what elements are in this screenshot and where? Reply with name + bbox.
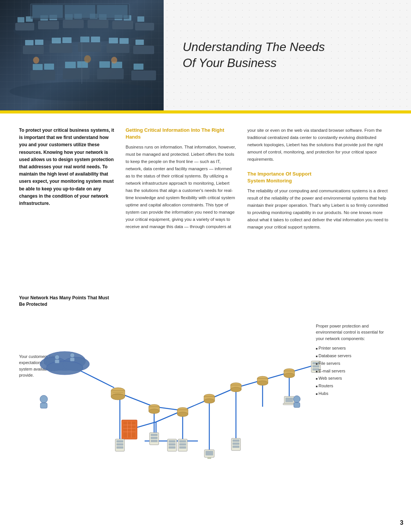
svg-rect-49 bbox=[97, 5, 127, 18]
list-item: E-mail servers bbox=[316, 367, 392, 375]
svg-rect-115 bbox=[116, 440, 123, 443]
svg-rect-83 bbox=[70, 358, 75, 361]
svg-point-107 bbox=[231, 387, 241, 392]
svg-rect-90 bbox=[123, 422, 135, 438]
svg-rect-136 bbox=[233, 446, 239, 448]
svg-rect-131 bbox=[206, 451, 213, 455]
page-number: 3 bbox=[400, 519, 403, 526]
svg-rect-21 bbox=[107, 44, 129, 53]
title-line1: Understanding The Needs bbox=[183, 40, 325, 54]
middle-column: Getting Critical Information Into The Ri… bbox=[126, 127, 247, 308]
svg-rect-1 bbox=[15, 23, 34, 30]
svg-rect-121 bbox=[151, 440, 158, 442]
svg-rect-120 bbox=[151, 437, 158, 439]
svg-rect-2 bbox=[38, 21, 59, 29]
title-area: Understanding The Needs Of Your Business bbox=[164, 0, 411, 110]
svg-point-98 bbox=[149, 409, 159, 414]
svg-rect-28 bbox=[91, 37, 100, 42]
svg-rect-124 bbox=[169, 443, 175, 446]
svg-rect-116 bbox=[116, 443, 123, 446]
svg-line-53 bbox=[76, 369, 114, 388]
svg-rect-26 bbox=[62, 37, 72, 43]
svg-rect-6 bbox=[135, 23, 154, 30]
svg-rect-29 bbox=[109, 38, 118, 43]
svg-rect-129 bbox=[179, 446, 186, 449]
svg-point-50 bbox=[10, 82, 154, 101]
section2-heading-line2: System Monitoring bbox=[247, 178, 292, 184]
svg-point-80 bbox=[55, 355, 59, 359]
top-section: Understanding The Needs Of Your Business bbox=[0, 0, 411, 110]
left-column: To protect your critical business system… bbox=[19, 127, 126, 308]
svg-rect-128 bbox=[179, 443, 186, 446]
svg-rect-18 bbox=[23, 46, 44, 54]
svg-rect-35 bbox=[131, 70, 156, 80]
svg-rect-3 bbox=[63, 20, 84, 28]
svg-rect-32 bbox=[30, 70, 55, 80]
svg-rect-81 bbox=[55, 359, 59, 363]
svg-rect-4 bbox=[88, 20, 108, 28]
section1-heading: Getting Critical Information Into The Ri… bbox=[126, 127, 236, 141]
main-content: To protect your critical business system… bbox=[0, 113, 411, 323]
protection-list: Printer serversDatabase serversFile serv… bbox=[316, 345, 392, 398]
svg-point-44 bbox=[84, 55, 91, 63]
svg-rect-42 bbox=[134, 64, 143, 70]
svg-rect-135 bbox=[233, 443, 239, 445]
yellow-divider bbox=[0, 110, 411, 113]
list-item: Routers bbox=[316, 382, 392, 390]
svg-rect-19 bbox=[49, 44, 72, 53]
section1-body: Business runs on information. That infor… bbox=[126, 144, 236, 230]
svg-rect-31 bbox=[135, 40, 144, 45]
svg-rect-7 bbox=[18, 17, 24, 22]
svg-rect-34 bbox=[97, 69, 124, 79]
svg-rect-134 bbox=[233, 439, 239, 442]
control-room-image bbox=[0, 0, 164, 110]
svg-rect-33 bbox=[63, 69, 89, 79]
svg-rect-117 bbox=[116, 446, 123, 449]
svg-rect-125 bbox=[169, 446, 175, 449]
intro-paragraph: To protect your critical business system… bbox=[19, 127, 114, 207]
section2-heading: The Importance Of Support System Monitor… bbox=[247, 171, 392, 184]
svg-rect-138 bbox=[285, 398, 293, 402]
list-item: Printer servers bbox=[316, 345, 392, 352]
svg-rect-38 bbox=[65, 62, 76, 68]
svg-point-113 bbox=[284, 373, 295, 378]
svg-rect-36 bbox=[33, 64, 43, 70]
svg-point-110 bbox=[257, 381, 268, 385]
svg-rect-23 bbox=[25, 40, 33, 45]
svg-point-82 bbox=[70, 353, 75, 358]
svg-rect-119 bbox=[151, 434, 158, 436]
section2-heading-line1: The Importance Of Support bbox=[247, 171, 311, 177]
svg-rect-30 bbox=[119, 38, 129, 44]
svg-rect-22 bbox=[133, 46, 154, 54]
svg-rect-47 bbox=[32, 5, 63, 18]
svg-rect-5 bbox=[112, 21, 133, 29]
title-line2: Of Your Business bbox=[183, 56, 277, 70]
svg-rect-139 bbox=[283, 403, 295, 405]
protection-caption: Proper power protection and environmenta… bbox=[316, 323, 392, 342]
svg-rect-147 bbox=[294, 403, 300, 407]
svg-point-79 bbox=[46, 361, 83, 375]
section2-body: The reliability of your computing and co… bbox=[247, 187, 392, 231]
network-diagram-area: Your customers have expectations of the … bbox=[0, 323, 411, 494]
svg-rect-37 bbox=[44, 64, 54, 70]
list-item: Database servers bbox=[316, 352, 392, 360]
svg-rect-25 bbox=[52, 38, 61, 43]
svg-rect-132 bbox=[207, 457, 211, 459]
svg-point-144 bbox=[40, 395, 48, 403]
list-item: Hubs bbox=[316, 390, 392, 398]
svg-point-101 bbox=[177, 412, 188, 417]
svg-rect-48 bbox=[65, 5, 95, 18]
page-title: Understanding The Needs Of Your Business bbox=[183, 39, 388, 71]
section1-heading-text: Getting Critical Information Into The Ri… bbox=[126, 127, 224, 140]
svg-point-86 bbox=[111, 394, 125, 400]
svg-point-146 bbox=[293, 396, 300, 403]
svg-rect-145 bbox=[40, 403, 47, 408]
svg-point-45 bbox=[111, 57, 117, 64]
right-column: your site or even on the web via standar… bbox=[247, 127, 392, 308]
svg-rect-40 bbox=[99, 61, 110, 68]
network-caption: Your Network Has Many Points That Must B… bbox=[19, 295, 114, 308]
svg-rect-123 bbox=[169, 440, 175, 443]
section1-continued: your site or even on the web via standar… bbox=[247, 127, 392, 163]
svg-rect-24 bbox=[35, 40, 43, 45]
protection-list-area: Proper power protection and environmenta… bbox=[316, 323, 392, 398]
